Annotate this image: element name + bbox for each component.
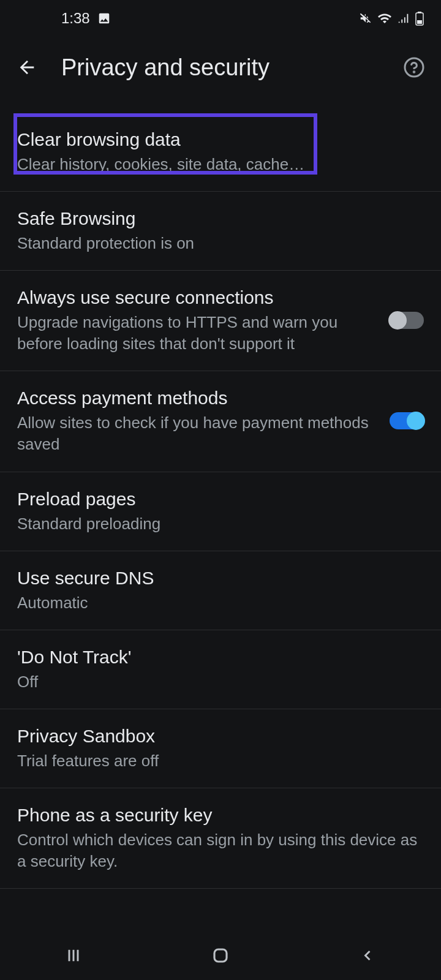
toggle-knob xyxy=(388,311,407,330)
item-subtitle: Clear history, cookies, site data, cache… xyxy=(17,154,424,175)
svg-rect-2 xyxy=(417,20,422,24)
status-right xyxy=(359,11,424,26)
item-text: Safe Browsing Standard protection is on xyxy=(17,206,424,254)
item-text: Privacy Sandbox Trial features are off xyxy=(17,724,424,772)
nav-back-button[interactable] xyxy=(349,943,386,968)
item-subtitle: Standard protection is on xyxy=(17,233,424,254)
item-title: Privacy Sandbox xyxy=(17,724,424,748)
home-icon xyxy=(211,946,230,965)
item-subtitle: Trial features are off xyxy=(17,750,424,772)
toggle-access-payment-methods[interactable] xyxy=(390,412,424,429)
item-text: Phone as a security key Control which de… xyxy=(17,803,424,872)
item-text: Always use secure connections Upgrade na… xyxy=(17,285,380,355)
settings-list: Clear browsing data Clear history, cooki… xyxy=(0,113,441,889)
help-icon xyxy=(403,56,425,78)
page-title: Privacy and security xyxy=(61,55,380,81)
item-do-not-track[interactable]: 'Do Not Track' Off xyxy=(0,630,441,709)
item-title: Clear browsing data xyxy=(17,127,424,151)
item-text: Clear browsing data Clear history, cooki… xyxy=(17,127,424,175)
item-title: Phone as a security key xyxy=(17,803,424,827)
item-use-secure-dns[interactable]: Use secure DNS Automatic xyxy=(0,551,441,630)
item-text: Use secure DNS Automatic xyxy=(17,566,424,614)
item-clear-browsing-data[interactable]: Clear browsing data Clear history, cooki… xyxy=(0,113,441,192)
toggle-always-secure-connections[interactable] xyxy=(390,312,424,329)
svg-rect-5 xyxy=(214,949,227,962)
mute-icon xyxy=(359,12,372,25)
recent-apps-icon xyxy=(65,947,82,964)
signal-icon xyxy=(397,12,410,25)
item-subtitle: Automatic xyxy=(17,592,424,614)
arrow-back-icon xyxy=(17,57,37,78)
item-access-payment-methods[interactable]: Access payment methods Allow sites to ch… xyxy=(0,371,441,472)
status-bar: 1:38 xyxy=(0,0,441,37)
item-privacy-sandbox[interactable]: Privacy Sandbox Trial features are off xyxy=(0,709,441,788)
help-button[interactable] xyxy=(401,54,428,81)
recent-apps-button[interactable] xyxy=(55,943,92,968)
item-title: Preload pages xyxy=(17,487,424,511)
battery-icon xyxy=(415,11,424,26)
item-always-secure-connections[interactable]: Always use secure connections Upgrade na… xyxy=(0,271,441,371)
item-subtitle: Standard preloading xyxy=(17,513,424,535)
item-title: Access payment methods xyxy=(17,386,380,410)
item-text: Preload pages Standard preloading xyxy=(17,487,424,535)
item-title: Use secure DNS xyxy=(17,566,424,590)
chevron-left-icon xyxy=(359,947,376,964)
status-time: 1:38 xyxy=(61,10,90,27)
item-phone-security-key[interactable]: Phone as a security key Control which de… xyxy=(0,788,441,889)
item-title: Always use secure connections xyxy=(17,285,380,309)
toggle-knob xyxy=(407,412,425,430)
item-title: 'Do Not Track' xyxy=(17,645,424,669)
wifi-icon xyxy=(377,11,392,26)
home-button[interactable] xyxy=(202,943,239,968)
item-subtitle: Upgrade navigations to HTTPS and warn yo… xyxy=(17,312,380,355)
item-safe-browsing[interactable]: Safe Browsing Standard protection is on xyxy=(0,192,441,271)
item-subtitle: Control which devices can sign in by usi… xyxy=(17,829,424,872)
screenshot-icon xyxy=(97,12,111,25)
back-button[interactable] xyxy=(13,54,40,81)
status-left: 1:38 xyxy=(61,10,111,27)
item-subtitle: Off xyxy=(17,671,424,693)
svg-point-4 xyxy=(413,72,415,73)
item-text: 'Do Not Track' Off xyxy=(17,645,424,693)
item-subtitle: Allow sites to check if you have payment… xyxy=(17,412,380,455)
item-text: Access payment methods Allow sites to ch… xyxy=(17,386,380,455)
svg-rect-1 xyxy=(418,12,421,13)
item-title: Safe Browsing xyxy=(17,206,424,230)
system-nav-bar xyxy=(0,931,441,980)
item-preload-pages[interactable]: Preload pages Standard preloading xyxy=(0,472,441,551)
header: Privacy and security xyxy=(0,37,441,98)
